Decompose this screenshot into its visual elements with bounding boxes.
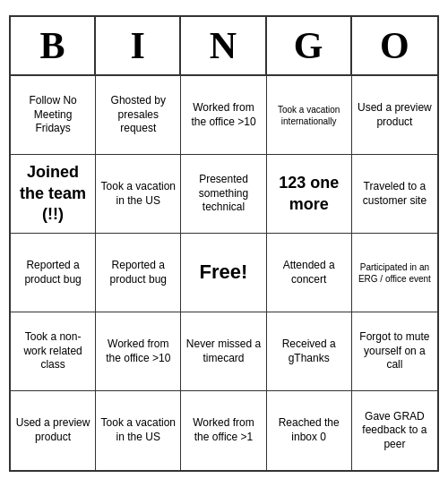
bingo-cell[interactable]: Worked from the office >1: [181, 391, 266, 470]
bingo-cell[interactable]: Took a vacation internationally: [267, 76, 352, 155]
bingo-letter: N: [181, 17, 266, 74]
bingo-letter: I: [96, 17, 181, 74]
bingo-cell[interactable]: Traveled to a customer site: [352, 155, 437, 234]
bingo-cell[interactable]: Took a vacation in the US: [96, 155, 181, 234]
bingo-cell[interactable]: Reported a product bug: [11, 234, 96, 312]
bingo-cell[interactable]: Took a vacation in the US: [96, 391, 181, 470]
bingo-cell[interactable]: Participated in an ERG / office event: [352, 234, 437, 312]
bingo-grid: Follow No Meeting FridaysGhosted by pres…: [11, 76, 437, 470]
bingo-header: BINGO: [11, 17, 437, 76]
bingo-cell[interactable]: Worked from the office >10: [181, 76, 266, 155]
bingo-cell[interactable]: Attended a concert: [267, 234, 352, 312]
bingo-cell[interactable]: Presented something technical: [181, 155, 266, 234]
bingo-cell[interactable]: Took a non-work related class: [11, 312, 96, 391]
bingo-cell[interactable]: Reported a product bug: [96, 234, 181, 312]
bingo-cell[interactable]: Joined the team (!!): [11, 155, 96, 234]
bingo-cell[interactable]: Used a preview product: [352, 76, 437, 155]
bingo-cell[interactable]: 123 one more: [267, 155, 352, 234]
bingo-card: BINGO Follow No Meeting FridaysGhosted b…: [9, 15, 439, 472]
bingo-cell[interactable]: Ghosted by presales request: [96, 76, 181, 155]
bingo-cell[interactable]: Forgot to mute yourself on a call: [352, 312, 437, 391]
bingo-cell[interactable]: Received a gThanks: [267, 312, 352, 391]
bingo-cell[interactable]: Never missed a timecard: [181, 312, 266, 391]
bingo-letter: O: [352, 17, 437, 74]
bingo-cell[interactable]: Free!: [181, 234, 266, 312]
bingo-cell[interactable]: Gave GRAD feedback to a peer: [352, 391, 437, 470]
bingo-letter: B: [11, 17, 96, 74]
bingo-cell[interactable]: Worked from the office >10: [96, 312, 181, 391]
bingo-cell[interactable]: Reached the inbox 0: [267, 391, 352, 470]
bingo-letter: G: [267, 17, 352, 74]
bingo-cell[interactable]: Follow No Meeting Fridays: [11, 76, 96, 155]
bingo-cell[interactable]: Used a preview product: [11, 391, 96, 470]
